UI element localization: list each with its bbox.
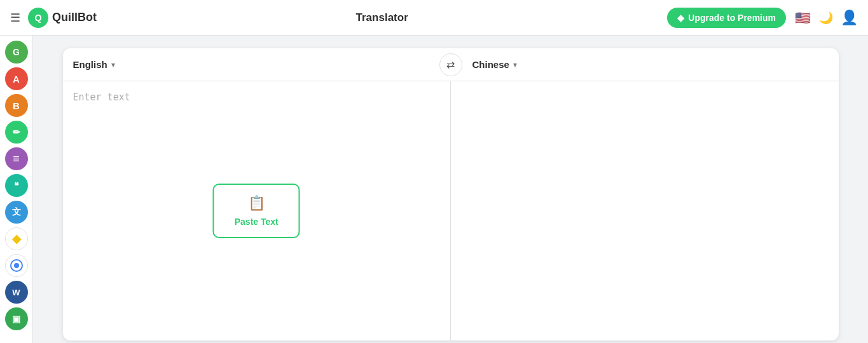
svg-text:Q: Q [34,13,41,23]
swap-languages-button[interactable]: ⇄ [439,53,462,76]
translator-header: English ▾ ⇄ Chinese ▾ 📋 [63,48,839,81]
sidebar: G A B ✏ ≡ ❝ 文 ◆ W ▣ [0,36,33,343]
quillbot-logo-icon: Q [28,8,48,28]
page-title: Translator [97,11,667,24]
main-area: G A B ✏ ≡ ❝ 文 ◆ W ▣ English ▾ ⇄ Chinese … [0,36,868,343]
svg-point-3 [14,263,19,268]
sidebar-item-screen[interactable]: ▣ [5,307,28,330]
sidebar-item-edit[interactable]: ✏ [5,121,28,144]
target-text-panel [451,81,839,340]
translator-body: 📋 Paste Text [63,81,839,340]
menu-icon[interactable]: ☰ [10,11,20,25]
sidebar-item-summarize[interactable]: B [5,94,28,117]
nav-right: ◆ Upgrade to Premium 🇺🇸 🌙 👤 [667,8,858,28]
target-lang-chevron-icon[interactable]: ▾ [513,60,517,69]
paste-text-label: Paste Text [235,217,279,227]
source-language-label: English [73,59,107,70]
target-language-label: Chinese [472,59,509,70]
dark-mode-button[interactable]: 🌙 [819,11,833,25]
paste-text-button[interactable]: 📋 Paste Text [213,184,300,238]
logo-area: Q QuillBot [28,8,97,28]
sidebar-item-paraphrase[interactable]: A [5,67,28,90]
target-text-output [461,91,829,330]
sidebar-item-flow[interactable]: ≡ [5,147,28,170]
sidebar-item-premium[interactable]: ◆ [5,227,28,250]
language-flag-icon[interactable]: 🇺🇸 [794,9,811,27]
sidebar-item-chrome[interactable] [5,254,28,277]
user-account-icon[interactable]: 👤 [841,10,858,26]
content-area: English ▾ ⇄ Chinese ▾ 📋 📋 Pa [33,36,868,343]
sidebar-item-grammar[interactable]: G [5,41,28,64]
sidebar-item-word[interactable]: W [5,281,28,304]
source-text-panel: 📋 Paste Text [63,81,451,340]
sidebar-item-translate[interactable]: 文 [5,201,28,224]
upgrade-button[interactable]: ◆ Upgrade to Premium [667,8,786,28]
nav-left: ☰ Q QuillBot [10,8,97,28]
navbar: ☰ Q QuillBot Translator ◆ Upgrade to Pre… [0,0,868,36]
source-language-selector[interactable]: English ▾ [63,59,439,70]
sidebar-item-citation[interactable]: ❝ [5,174,28,197]
target-language-selector[interactable]: Chinese ▾ [462,59,839,70]
logo-text: QuillBot [52,11,97,24]
clipboard-icon: 📋 [248,195,265,212]
upgrade-label: Upgrade to Premium [688,13,776,23]
translator-card: English ▾ ⇄ Chinese ▾ 📋 📋 Pa [63,48,839,340]
diamond-icon: ◆ [677,13,684,23]
source-lang-chevron-icon[interactable]: ▾ [111,60,115,69]
